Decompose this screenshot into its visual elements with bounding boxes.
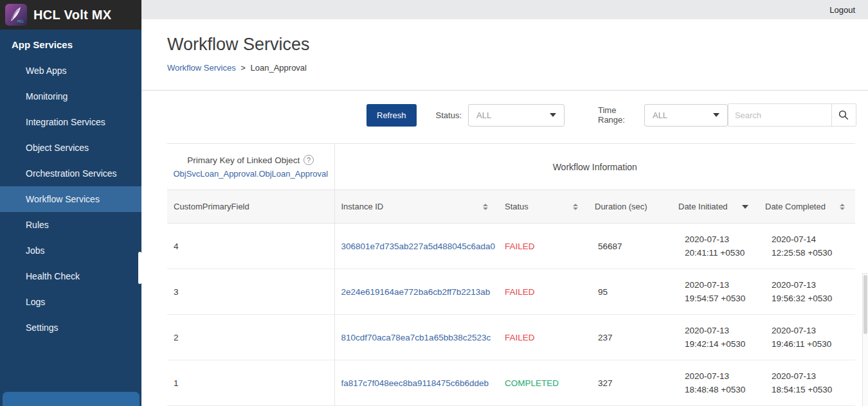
sort-desc-icon[interactable] [742, 205, 748, 209]
col-status[interactable]: Status [498, 190, 588, 224]
col-duration[interactable]: Duration (sec) [588, 190, 672, 224]
scrollbar-thumb[interactable] [863, 275, 867, 334]
search-icon [838, 109, 849, 121]
time-range-dropdown-value: ALL [653, 110, 667, 120]
help-icon[interactable]: ? [303, 155, 314, 165]
cell-date-initiated: 2020-07-13 18:48:48 +0530 [672, 360, 759, 406]
date-initiated-date: 2020-07-13 [685, 369, 759, 383]
primary-key-object-link[interactable]: ObjSvcLoan_Approval.ObjLoan_Approval [167, 169, 334, 179]
breadcrumb-link[interactable]: Workflow Services [167, 63, 236, 73]
cell-date-completed: 2020-07-13 19:56:32 +0530 [759, 269, 855, 315]
sidebar-item[interactable]: Jobs [0, 238, 141, 263]
table-row: 2 810cdf70aca78ea7cb1a65bb38c2523c FAILE… [167, 315, 855, 360]
status-badge: FAILED [505, 287, 535, 297]
status-badge: FAILED [505, 333, 535, 342]
col-date-completed[interactable]: Date Completed [759, 190, 855, 224]
cell-instance-id: 2e24e619164ae772ba6cb2ff7b2213ab [334, 269, 498, 315]
col-date-initiated-label: Date Initiated [678, 202, 728, 211]
status-badge: COMPLETED [505, 378, 559, 388]
cell-date-completed: 2020-07-14 12:25:58 +0530 [759, 224, 855, 269]
sidebar-item[interactable]: Integration Services [0, 109, 141, 135]
status-badge: FAILED [505, 242, 535, 251]
chevron-down-icon [550, 113, 556, 117]
sidebar-item[interactable]: Web Apps [0, 58, 141, 84]
sidebar: HCL HCL Volt MX App Services Web Apps Mo… [0, 0, 141, 406]
chevron-down-icon [713, 113, 719, 117]
cell-primary-key: 1 [167, 360, 334, 406]
sort-icon[interactable] [483, 204, 488, 210]
logout-link[interactable]: Logout [829, 5, 855, 15]
page-title: Workflow Services [167, 35, 842, 55]
cell-date-initiated: 2020-07-13 19:54:57 +0530 [672, 269, 759, 315]
refresh-button[interactable]: Refresh [366, 104, 417, 127]
table-body: 4 306801e7d735ab227a5d488045c6ada0 FAILE… [167, 224, 855, 406]
cell-duration: 95 [588, 269, 672, 315]
primary-key-title: Primary Key of Linked Object [187, 155, 300, 165]
time-range-label: Time Range: [598, 105, 638, 125]
time-range-dropdown[interactable]: ALL [644, 104, 728, 127]
date-initiated-date: 2020-07-13 [685, 233, 759, 246]
vertical-scrollbar[interactable] [862, 273, 868, 406]
date-completed-date: 2020-07-13 [772, 324, 855, 337]
date-completed-time: 19:46:11 +0530 [772, 337, 855, 351]
cell-date-initiated: 2020-07-13 20:41:11 +0530 [672, 224, 759, 269]
app-root: HCL HCL Volt MX App Services Web Apps Mo… [0, 0, 868, 406]
search-button[interactable] [831, 104, 856, 126]
breadcrumb-separator: > [240, 63, 246, 73]
brand-title: HCL Volt MX [33, 8, 111, 22]
table-row: 3 2e24e619164ae772ba6cb2ff7b2213ab FAILE… [167, 269, 855, 315]
cell-duration: 237 [588, 315, 672, 360]
sidebar-nav: Web Apps Monitoring Integration Services… [0, 58, 141, 340]
instance-id-link[interactable]: fa817c7f048eec8ba9118475c6b6ddeb [341, 378, 489, 388]
sort-icon[interactable] [840, 204, 845, 210]
time-range-filter: Time Range: ALL [598, 104, 728, 127]
cell-duration: 56687 [588, 224, 672, 269]
group-header-row: Primary Key of Linked Object ? ObjSvcLoa… [167, 144, 855, 190]
date-completed-time: 19:56:32 +0530 [772, 292, 855, 305]
date-initiated-time: 19:54:57 +0530 [685, 292, 759, 305]
cell-status: FAILED [498, 315, 588, 360]
cell-primary-key: 2 [167, 315, 334, 360]
col-status-label: Status [505, 202, 529, 211]
sidebar-item[interactable]: Rules [0, 212, 141, 238]
sort-icon[interactable] [573, 204, 578, 210]
col-custom-primary-field: CustomPrimaryField [167, 190, 334, 224]
col-date-initiated[interactable]: Date Initiated [672, 190, 759, 224]
logo-bar: HCL HCL Volt MX [0, 0, 141, 30]
date-completed-time: 18:54:15 +0530 [772, 383, 855, 396]
instance-id-link[interactable]: 810cdf70aca78ea7cb1a65bb38c2523c [341, 333, 491, 342]
workflow-information-header: Workflow Information [334, 144, 855, 190]
cell-instance-id: 306801e7d735ab227a5d488045c6ada0 [334, 224, 498, 269]
cell-instance-id: fa817c7f048eec8ba9118475c6b6ddeb [334, 360, 498, 406]
search-input[interactable] [728, 104, 831, 126]
cell-status: FAILED [498, 269, 588, 315]
sidebar-item[interactable]: Settings [0, 315, 141, 340]
status-dropdown[interactable]: ALL [468, 104, 565, 127]
cell-instance-id: 810cdf70aca78ea7cb1a65bb38c2523c [334, 315, 498, 360]
instance-id-link[interactable]: 306801e7d735ab227a5d488045c6ada0 [341, 242, 496, 251]
sidebar-item[interactable]: Orchestration Services [0, 161, 141, 186]
column-header-row: CustomPrimaryField Instance ID Status [167, 190, 855, 224]
primary-key-group-header: Primary Key of Linked Object ? ObjSvcLoa… [167, 144, 334, 190]
workflow-table-wrap: Primary Key of Linked Object ? ObjSvcLoa… [167, 143, 855, 406]
page-header: Workflow Services Workflow Services > Lo… [141, 19, 868, 91]
sidebar-item[interactable]: Logs [0, 289, 141, 315]
sidebar-item[interactable]: Monitoring [0, 84, 141, 109]
sidebar-item[interactable]: Workflow Services [0, 186, 141, 212]
status-label: Status: [436, 110, 462, 120]
instance-id-link[interactable]: 2e24e619164ae772ba6cb2ff7b2213ab [341, 287, 491, 297]
search-box [728, 103, 856, 127]
sidebar-item[interactable]: Health Check [0, 263, 141, 289]
date-completed-date: 2020-07-13 [772, 278, 855, 292]
col-instance-id[interactable]: Instance ID [334, 190, 498, 224]
cell-duration: 327 [588, 360, 672, 406]
sidebar-item[interactable]: Object Services [0, 135, 141, 161]
col-date-completed-label: Date Completed [765, 202, 826, 211]
date-initiated-time: 20:41:11 +0530 [685, 246, 759, 260]
date-initiated-time: 18:48:48 +0530 [685, 383, 759, 396]
cell-status: COMPLETED [498, 360, 588, 406]
toolbar: Refresh Status: ALL Time Range: ALL [141, 91, 868, 127]
svg-text:HCL: HCL [17, 19, 24, 23]
table-row: 1 fa817c7f048eec8ba9118475c6b6ddeb COMPL… [167, 360, 855, 406]
cell-status: FAILED [498, 224, 588, 269]
